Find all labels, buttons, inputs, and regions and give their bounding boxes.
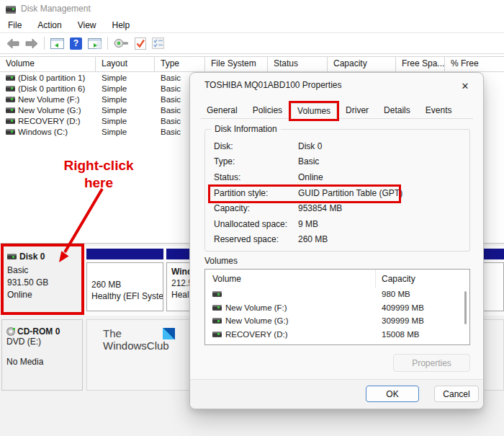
info-label: Unallocated space:	[214, 219, 298, 229]
cancel-button[interactable]: Cancel	[434, 386, 479, 402]
dialog-title: TOSHIBA MQ01ABD100 Properties	[190, 73, 483, 97]
close-icon[interactable]: ✕	[456, 78, 474, 94]
cdrom-media-status: No Media	[6, 357, 82, 367]
volume-layout: Simple	[96, 106, 155, 115]
toolbar-separator	[107, 37, 108, 50]
tab-volumes[interactable]: Volumes	[291, 103, 337, 119]
info-label: Disk:	[214, 141, 298, 151]
help-icon[interactable]: ?	[70, 37, 82, 50]
volume-name: (Disk 0 partition 6)	[18, 84, 85, 93]
tab-driver[interactable]: Driver	[339, 102, 375, 118]
col-layout[interactable]: Layout	[96, 57, 155, 71]
col-capacity[interactable]: Capacity	[376, 274, 415, 284]
volume-icon	[6, 107, 15, 113]
title-bar: Disk Management	[0, 0, 504, 17]
volume-name: Windows (C:)	[18, 128, 68, 136]
cdrom-icon	[6, 327, 15, 336]
watermark-line2: WindowsClub	[103, 339, 175, 352]
info-value: 953854 MB	[298, 203, 342, 213]
menu-action[interactable]: Action	[30, 20, 69, 30]
show-action-pane-icon[interactable]	[88, 38, 102, 49]
volume-name: New Volume (F:)	[18, 95, 80, 104]
tab-events[interactable]: Events	[419, 102, 459, 118]
col-file-system[interactable]: File System	[205, 57, 268, 71]
groupbox-label: Disk Information	[211, 124, 281, 134]
windows-club-logo-icon	[163, 328, 175, 339]
volume-icon	[212, 291, 222, 297]
list-item[interactable]: RECOVERY (D:) 15008 MB	[205, 328, 469, 342]
col-free-space[interactable]: Free Spa...	[396, 57, 445, 71]
cdrom-drive-letter: DVD (E:)	[6, 337, 82, 347]
menu-file[interactable]: File	[0, 20, 30, 30]
col-volume[interactable]: Volume	[205, 270, 376, 288]
menu-view[interactable]: View	[70, 20, 104, 30]
dialog-volumes-header: Volume Capacity	[205, 270, 469, 288]
volume-icon	[212, 305, 222, 311]
col-volume[interactable]: Volume	[0, 57, 96, 71]
volume-icon	[6, 86, 15, 92]
menu-help[interactable]: Help	[104, 20, 138, 30]
volume-name: RECOVERY (D:)	[18, 117, 80, 125]
dialog-footer: OK Cancel	[190, 379, 483, 409]
task-list-icon[interactable]	[152, 37, 164, 49]
list-item[interactable]: New Volume (F:) 409999 MB	[205, 301, 469, 315]
watermark-line1: The	[103, 327, 122, 339]
info-value: Disk 0	[298, 141, 322, 151]
annotation-line1: Right-click	[42, 157, 156, 174]
volumes-section-label: Volumes	[204, 256, 238, 266]
volume-capacity: 980 MB	[376, 290, 410, 298]
volume-capacity: 15008 MB	[376, 330, 419, 339]
forward-arrow-icon[interactable]	[25, 38, 38, 49]
volume-name: New Volume (F:)	[225, 303, 287, 312]
rescan-disks-icon[interactable]	[114, 38, 129, 48]
partition-status: Healthy (EFI System	[91, 290, 158, 302]
col-status[interactable]: Status	[268, 57, 328, 71]
tab-general[interactable]: General	[200, 102, 244, 118]
volume-icon	[6, 118, 15, 124]
volume-layout: Simple	[96, 117, 155, 125]
toolbar: ?	[0, 33, 504, 54]
window-title: Disk Management	[21, 4, 91, 14]
cdrom-name: CD-ROM 0	[17, 326, 60, 337]
info-value: Basic	[298, 156, 319, 166]
dialog-tabs: General Policies Volumes Driver Details …	[200, 102, 473, 119]
scrollbar[interactable]	[464, 291, 467, 324]
info-label: Type:	[214, 156, 298, 166]
info-row-disk: Disk: Disk 0	[214, 138, 464, 154]
windows-club-watermark: The WindowsClub	[103, 327, 175, 352]
volume-name: RECOVERY (D:)	[225, 330, 287, 339]
tab-policies[interactable]: Policies	[246, 102, 289, 118]
properties-button[interactable]: Properties	[393, 354, 470, 372]
menu-bar: File Action View Help	[0, 17, 504, 33]
col-type[interactable]: Type	[155, 57, 205, 71]
volume-name: New Volume (G:)	[225, 316, 289, 325]
info-value: 9 MB	[298, 219, 318, 229]
list-item[interactable]: 980 MB	[205, 288, 469, 301]
volume-icon	[6, 97, 15, 102]
volume-icon	[212, 318, 222, 324]
properties-dialog: TOSHIBA MQ01ABD100 Properties ✕ General …	[189, 72, 484, 409]
info-label: Reserved space:	[214, 234, 298, 244]
info-label: Status:	[214, 172, 298, 182]
partition-style-highlight-rectangle	[208, 184, 401, 203]
volume-layout: Simple	[96, 95, 155, 104]
tab-details[interactable]: Details	[377, 102, 417, 118]
volume-list-header: Volume Layout Type File System Status Ca…	[0, 56, 504, 72]
cdrom-panel[interactable]: CD-ROM 0 DVD (E:) No Media	[1, 319, 83, 391]
info-value: Online	[298, 172, 323, 182]
ok-button[interactable]: OK	[366, 386, 419, 402]
volume-capacity: 309999 MB	[376, 316, 424, 325]
col-capacity[interactable]: Capacity	[328, 57, 396, 71]
list-item[interactable]: New Volume (G:) 309999 MB	[205, 314, 469, 328]
check-disk-icon[interactable]	[135, 37, 146, 50]
partition-size: 260 MB	[91, 279, 158, 290]
volume-layout: Simple	[96, 128, 155, 136]
info-label: Capacity:	[214, 203, 298, 213]
col-percent-free[interactable]: % Free	[445, 57, 504, 71]
annotation-arrow-icon	[48, 182, 114, 274]
back-arrow-icon[interactable]	[6, 38, 19, 49]
info-row-unallocated: Unallocated space: 9 MB	[214, 216, 464, 232]
volume-icon	[6, 75, 15, 81]
show-console-tree-icon[interactable]	[50, 38, 64, 49]
volume-capacity: 409999 MB	[376, 303, 424, 312]
